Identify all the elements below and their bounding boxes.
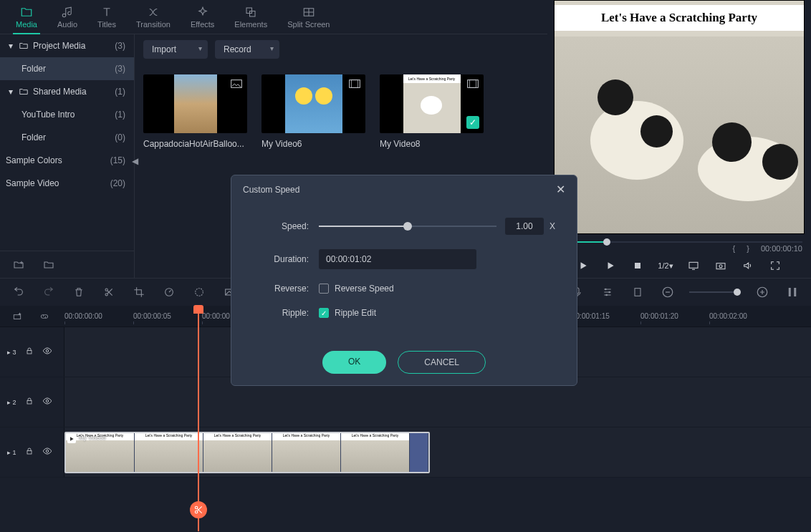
svg-rect-41 <box>27 451 32 455</box>
playhead-cap <box>193 305 203 314</box>
sidebar-item-label: Sample Colors <box>6 155 110 165</box>
crop-icon[interactable] <box>130 284 148 301</box>
speed-value-input[interactable]: 1.00 <box>505 218 544 235</box>
display-icon[interactable] <box>686 258 701 273</box>
speed-label: Speed: <box>253 221 319 231</box>
sidebar-item-folder-active[interactable]: Folder (3) <box>0 57 134 80</box>
visibility-icon[interactable] <box>42 346 52 358</box>
visibility-icon[interactable] <box>42 446 52 458</box>
svg-point-30 <box>605 294 608 296</box>
sidebar-item-count: (3) <box>115 41 125 51</box>
marker-icon[interactable] <box>629 284 646 301</box>
media-item-2[interactable]: My Video6 <box>261 74 365 149</box>
video-clip[interactable]: My Video8 Let's Have a Scratching Party … <box>64 432 430 473</box>
playhead[interactable] <box>198 309 199 531</box>
dialog-footer: OK CANCEL <box>231 339 577 385</box>
open-folder-icon[interactable] <box>40 256 57 274</box>
zoom-slider[interactable] <box>689 291 741 293</box>
svg-point-25 <box>196 289 203 296</box>
media-item-1[interactable]: CappadociaHotAirBalloo... <box>143 74 247 149</box>
svg-point-29 <box>608 291 610 294</box>
visibility-icon[interactable] <box>42 396 52 408</box>
ruler-tick: 00:00:02:00 <box>709 312 778 320</box>
import-dropdown[interactable]: Import <box>143 40 208 59</box>
sidebar-item-sample-video[interactable]: Sample Video (20) <box>0 172 134 195</box>
nav-tab-audio[interactable]: Audio <box>47 0 87 34</box>
sidebar-item-project-media[interactable]: ▾ Project Media (3) <box>0 34 134 57</box>
sidebar-item-sample-colors[interactable]: Sample Colors (15) <box>0 149 134 172</box>
split-screen-icon <box>302 6 315 19</box>
track-head: ▸ 3 <box>0 327 64 377</box>
nav-tab-splitscreen[interactable]: Split Screen <box>277 0 340 34</box>
snapshot-icon[interactable] <box>714 258 728 273</box>
play-forward-button[interactable] <box>603 258 618 273</box>
bracket-in-icon[interactable]: { <box>733 244 736 253</box>
zoom-out-icon[interactable] <box>659 284 676 301</box>
cancel-button[interactable]: CANCEL <box>398 351 486 374</box>
track-1[interactable]: ▸ 1 My Video8 Let's Have a Scratching Pa… <box>0 427 811 478</box>
ripple-text: Ripple Edit <box>335 308 376 318</box>
add-track-icon[interactable] <box>9 308 26 325</box>
color-icon[interactable] <box>191 284 208 301</box>
redo-icon[interactable] <box>40 284 57 301</box>
speed-icon[interactable] <box>160 284 178 301</box>
speed-row: Speed: 1.00 X <box>253 218 555 235</box>
ripple-checkbox[interactable]: ✓ <box>319 308 329 318</box>
preview-video[interactable]: Let's Have a Scratching Party <box>554 0 805 234</box>
media-item-3[interactable]: Let's Have a Scratching Party ✓ My Video… <box>380 74 484 149</box>
duration-row: Duration: 00:00:01:02 <box>253 249 555 269</box>
sidebar-item-count: (3) <box>115 64 125 74</box>
split-icon[interactable] <box>100 284 117 301</box>
progress-playhead[interactable] <box>603 238 610 246</box>
preview-progress[interactable] <box>556 241 802 243</box>
caret-down-icon: ▾ <box>9 87 16 97</box>
delete-icon[interactable] <box>70 284 87 301</box>
scale-dropdown[interactable]: 1/2 ▾ <box>658 258 673 273</box>
volume-icon[interactable] <box>741 258 755 273</box>
video-type-icon <box>466 79 479 89</box>
play-button[interactable] <box>576 258 590 273</box>
nav-tab-titles[interactable]: Titles <box>87 0 126 34</box>
video-type-icon <box>348 79 361 89</box>
track-head: ▸ 2 <box>0 377 64 427</box>
sidebar-item-folder-2[interactable]: Folder (0) <box>0 126 134 149</box>
zoom-fit-icon[interactable] <box>784 284 801 301</box>
stop-button[interactable] <box>630 258 645 273</box>
link-icon[interactable] <box>36 308 53 325</box>
sidebar-item-label: Folder <box>21 64 115 74</box>
new-folder-icon[interactable] <box>10 256 27 274</box>
record-dropdown[interactable]: Record <box>215 40 279 59</box>
svg-rect-0 <box>246 8 252 14</box>
audio-mixer-icon[interactable] <box>599 284 616 301</box>
svg-point-21 <box>719 265 722 268</box>
lock-icon[interactable] <box>25 447 34 458</box>
sidebar-item-label: Project Media <box>33 41 115 51</box>
sidebar-item-label: Sample Video <box>6 178 110 188</box>
close-icon[interactable]: ✕ <box>556 183 565 196</box>
fullscreen-icon[interactable] <box>768 258 782 273</box>
layers-icon <box>244 6 257 19</box>
playhead-scissors-icon[interactable] <box>190 501 207 518</box>
reverse-checkbox[interactable] <box>319 284 329 294</box>
sidebar-item-label: Shared Media <box>33 87 115 97</box>
sidebar-collapse-icon[interactable]: ◀ <box>132 156 138 166</box>
nav-tab-media[interactable]: Media <box>6 0 47 34</box>
lock-icon[interactable] <box>25 397 34 407</box>
nav-tab-effects[interactable]: Effects <box>181 0 224 34</box>
lock-icon[interactable] <box>25 347 34 357</box>
nav-tab-transition[interactable]: Transition <box>126 0 181 34</box>
speed-slider[interactable] <box>319 226 496 227</box>
duration-input[interactable]: 00:00:01:02 <box>319 249 476 269</box>
dialog-header: Custom Speed ✕ <box>231 175 577 203</box>
sidebar-item-shared-media[interactable]: ▾ Shared Media (1) <box>0 80 134 103</box>
music-note-icon <box>61 6 74 19</box>
undo-icon[interactable] <box>10 284 27 301</box>
bracket-out-icon[interactable]: } <box>747 244 749 253</box>
preview-time-row: { } 00:00:00:10 <box>547 243 811 254</box>
image-type-icon <box>230 79 243 89</box>
sidebar-item-youtube-intro[interactable]: YouTube Intro (1) <box>0 103 134 126</box>
zoom-in-icon[interactable] <box>754 284 771 301</box>
sidebar-item-label: Folder <box>21 132 115 142</box>
ok-button[interactable]: OK <box>322 351 386 374</box>
nav-tab-elements[interactable]: Elements <box>224 0 277 34</box>
